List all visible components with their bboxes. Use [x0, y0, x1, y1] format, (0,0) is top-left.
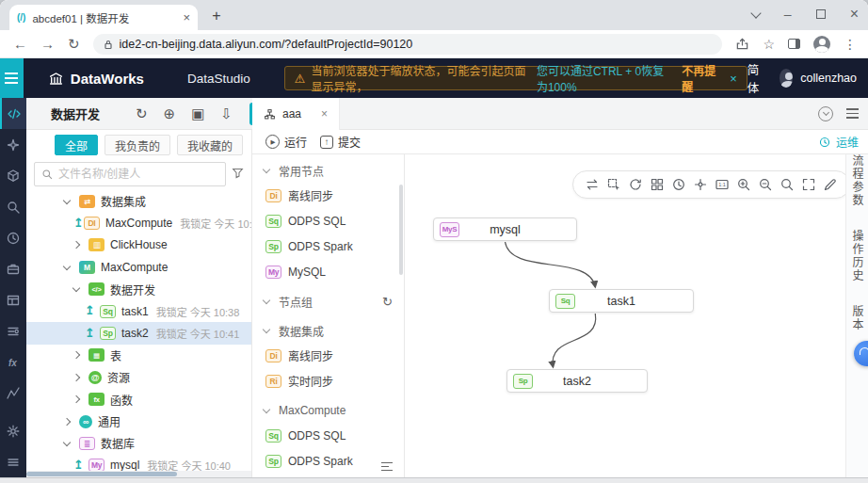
close-warning-icon[interactable]: × — [730, 72, 737, 86]
browser-menu-icon[interactable] — [844, 36, 857, 53]
palette-row[interactable]: Di 离线同步 ↻ — [252, 343, 404, 368]
tree-item[interactable]: Sq task1 我锁定 今天 10:38 — [26, 300, 251, 322]
zoom-out-icon[interactable] — [758, 177, 773, 192]
marquee-select-icon[interactable] — [606, 177, 621, 192]
collapse-chevron-icon[interactable] — [818, 106, 833, 121]
right-panel-tab[interactable]: 流程参数 — [849, 154, 865, 207]
tree-item[interactable]: @ 资源 — [26, 366, 251, 388]
sidebar-filter-tab[interactable]: 我负责的 — [104, 135, 170, 155]
tree-expander-icon[interactable] — [73, 242, 88, 248]
tree-item[interactable]: ∞ 通用 — [26, 411, 251, 432]
rail-item-menu[interactable] — [0, 446, 26, 477]
browser-tab[interactable]: (/) abcdef01 | 数据开发 × — [9, 5, 198, 30]
rail-item-functions[interactable]: fx — [0, 346, 26, 378]
tree-expander-icon[interactable] — [85, 328, 100, 340]
rail-item-toolbox[interactable] — [0, 253, 26, 284]
palette-row[interactable]: 节点组 ↻ — [252, 289, 404, 314]
tree-expander-icon[interactable] — [64, 419, 79, 425]
flow-node[interactable]: Sq task1 — [549, 289, 694, 313]
bookmark-star-icon[interactable] — [763, 36, 775, 53]
reload-button[interactable]: ↻ — [68, 36, 80, 53]
rail-item-code[interactable] — [0, 98, 26, 129]
palette-row[interactable]: Sq ODPS SQL ↻ — [252, 423, 404, 448]
user-name[interactable]: collenzhao — [800, 72, 857, 85]
tree-expander-icon[interactable] — [73, 375, 88, 380]
support-button[interactable] — [854, 341, 868, 366]
user-avatar[interactable] — [780, 69, 793, 88]
tree-item[interactable]: </> 数据开发 — [26, 279, 251, 300]
tree-item[interactable]: DI MaxCompute 我锁定 今天 10: — [26, 212, 251, 233]
tree-item[interactable]: ≣ 数据库 — [26, 432, 251, 454]
tree-item[interactable]: ⇄ 数据集成 — [26, 190, 251, 212]
window-close-button[interactable] — [850, 6, 859, 23]
run-button[interactable]: 运行 — [265, 134, 307, 150]
fullscreen-icon[interactable] — [801, 177, 816, 192]
app-menu-button[interactable] — [0, 58, 24, 98]
palette-collapse-icon[interactable] — [381, 462, 393, 472]
share-icon[interactable] — [735, 37, 749, 51]
tree-expander-icon[interactable] — [85, 305, 100, 317]
tree-expander-icon[interactable] — [64, 266, 79, 269]
back-button[interactable]: ← — [13, 36, 27, 52]
rail-item-history[interactable] — [0, 222, 26, 253]
layout-grid-icon[interactable] — [650, 177, 665, 192]
right-panel-tab[interactable]: 操作历史 — [849, 230, 865, 282]
rail-item-lineage[interactable] — [0, 378, 26, 409]
zoom-reset-icon[interactable] — [780, 177, 795, 192]
tree-expander-icon[interactable] — [73, 396, 88, 402]
tab-search-chevron-icon[interactable] — [750, 8, 761, 18]
fit-view-icon[interactable] — [693, 177, 708, 192]
refresh-icon[interactable]: ↻ — [382, 295, 393, 309]
zoom-in-icon[interactable] — [736, 177, 751, 192]
flow-canvas[interactable]: MyS mysql Sq task1 — [405, 154, 845, 477]
tab-close-icon[interactable]: × — [183, 10, 190, 24]
rail-item-tables[interactable] — [0, 284, 26, 315]
locate-icon[interactable] — [164, 105, 176, 122]
sidebar-filter-tab[interactable]: 我收藏的 — [177, 135, 243, 155]
browser-profile-avatar[interactable] — [813, 36, 830, 53]
tree-expander-icon[interactable] — [64, 442, 79, 445]
tree-expander-icon[interactable] — [73, 217, 84, 230]
brand[interactable]: DataWorks — [48, 71, 144, 87]
rail-item-search[interactable] — [0, 191, 26, 222]
palette-row[interactable]: 数据集成 ↻ — [252, 318, 404, 343]
sidebar-filter-tab[interactable]: 全部 — [55, 135, 98, 155]
tree-item[interactable]: M MaxCompute — [26, 256, 251, 278]
flow-node[interactable]: MyS mysql — [433, 217, 577, 241]
palette-row[interactable]: Sq ODPS SQL ↻ — [252, 208, 404, 233]
rail-item-resources[interactable] — [0, 160, 26, 191]
window-minimize-button[interactable] — [784, 6, 792, 23]
palette-row[interactable]: My MySQL ↻ — [252, 259, 404, 284]
filter-funnel-icon[interactable] — [232, 166, 244, 183]
auto-arrange-icon[interactable] — [671, 177, 686, 192]
right-panel-tab[interactable]: 版本 — [849, 305, 865, 331]
language-switcher[interactable]: 简体 — [747, 60, 764, 96]
batch-select-icon[interactable] — [191, 105, 204, 122]
swap-arrows-icon[interactable] — [585, 177, 600, 192]
palette-row[interactable]: Ri 实时同步 ↻ — [252, 368, 404, 394]
palette-row[interactable]: MaxCompute ↻ — [252, 398, 404, 423]
dismiss-warning-link[interactable]: 不再提醒 — [682, 62, 718, 94]
workflow-tab[interactable]: aaa × — [252, 98, 340, 130]
tree-expander-icon[interactable] — [73, 352, 88, 358]
tree-expander-icon[interactable] — [73, 459, 88, 472]
tree-expander-icon[interactable] — [73, 287, 88, 291]
import-icon[interactable] — [220, 105, 233, 122]
tree-item[interactable]: fx 函数 — [26, 389, 251, 411]
palette-row[interactable]: Di 离线同步 ↻ — [252, 183, 404, 208]
address-bar[interactable]: ide2-cn-beijing.data.aliyun.com/?default… — [93, 34, 723, 55]
tree-item[interactable]: ▦ 表 — [26, 345, 251, 366]
horizontal-scrollbar[interactable] — [26, 471, 251, 477]
palette-row[interactable]: 常用节点 ↻ — [252, 158, 404, 183]
new-tab-button[interactable]: + — [205, 5, 228, 27]
rail-item-queue[interactable] — [0, 315, 26, 346]
rail-item-settings[interactable] — [0, 415, 26, 446]
palette-row[interactable]: Sp ODPS Spark ↻ — [252, 233, 404, 259]
workflow-tab-close-icon[interactable]: × — [321, 107, 328, 121]
refresh-icon[interactable] — [628, 177, 643, 192]
refresh-icon[interactable] — [136, 105, 148, 122]
vertical-scrollbar[interactable] — [399, 185, 403, 275]
side-panel-icon[interactable] — [788, 39, 800, 49]
submit-button[interactable]: 提交 — [320, 134, 361, 150]
window-maximize-button[interactable] — [816, 9, 826, 19]
